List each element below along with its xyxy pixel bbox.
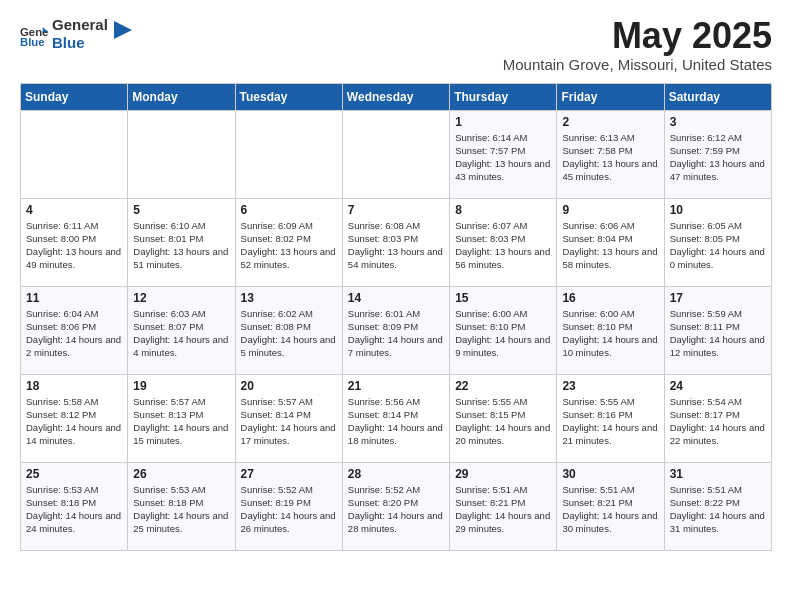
calendar-cell [128, 110, 235, 198]
col-sunday: Sunday [21, 83, 128, 110]
cell-date-number: 29 [455, 467, 551, 481]
calendar-cell: 21Sunrise: 5:56 AMSunset: 8:14 PMDayligh… [342, 374, 449, 462]
calendar-cell: 8Sunrise: 6:07 AMSunset: 8:03 PMDaylight… [450, 198, 557, 286]
cell-info: Sunrise: 6:05 AMSunset: 8:05 PMDaylight:… [670, 219, 766, 272]
cell-date-number: 24 [670, 379, 766, 393]
cell-date-number: 22 [455, 379, 551, 393]
cell-date-number: 6 [241, 203, 337, 217]
calendar-cell: 18Sunrise: 5:58 AMSunset: 8:12 PMDayligh… [21, 374, 128, 462]
cell-info: Sunrise: 5:52 AMSunset: 8:20 PMDaylight:… [348, 483, 444, 536]
calendar-title: May 2025 [503, 16, 772, 56]
svg-text:Blue: Blue [20, 36, 45, 48]
calendar-cell: 3Sunrise: 6:12 AMSunset: 7:59 PMDaylight… [664, 110, 771, 198]
cell-info: Sunrise: 5:58 AMSunset: 8:12 PMDaylight:… [26, 395, 122, 448]
cell-info: Sunrise: 5:52 AMSunset: 8:19 PMDaylight:… [241, 483, 337, 536]
calendar-cell: 27Sunrise: 5:52 AMSunset: 8:19 PMDayligh… [235, 462, 342, 550]
cell-date-number: 13 [241, 291, 337, 305]
calendar-cell: 26Sunrise: 5:53 AMSunset: 8:18 PMDayligh… [128, 462, 235, 550]
col-saturday: Saturday [664, 83, 771, 110]
cell-date-number: 4 [26, 203, 122, 217]
col-tuesday: Tuesday [235, 83, 342, 110]
cell-date-number: 2 [562, 115, 658, 129]
calendar-subtitle: Mountain Grove, Missouri, United States [503, 56, 772, 73]
cell-info: Sunrise: 5:53 AMSunset: 8:18 PMDaylight:… [26, 483, 122, 536]
header: General Blue General Blue May 2025 Mount… [20, 16, 772, 73]
cell-date-number: 14 [348, 291, 444, 305]
cell-date-number: 9 [562, 203, 658, 217]
cell-date-number: 21 [348, 379, 444, 393]
calendar-cell: 15Sunrise: 6:00 AMSunset: 8:10 PMDayligh… [450, 286, 557, 374]
col-wednesday: Wednesday [342, 83, 449, 110]
calendar-table: Sunday Monday Tuesday Wednesday Thursday… [20, 83, 772, 551]
calendar-cell: 13Sunrise: 6:02 AMSunset: 8:08 PMDayligh… [235, 286, 342, 374]
cell-date-number: 20 [241, 379, 337, 393]
calendar-cell: 10Sunrise: 6:05 AMSunset: 8:05 PMDayligh… [664, 198, 771, 286]
calendar-cell: 22Sunrise: 5:55 AMSunset: 8:15 PMDayligh… [450, 374, 557, 462]
week-row-2: 4Sunrise: 6:11 AMSunset: 8:00 PMDaylight… [21, 198, 772, 286]
header-row: Sunday Monday Tuesday Wednesday Thursday… [21, 83, 772, 110]
cell-info: Sunrise: 6:01 AMSunset: 8:09 PMDaylight:… [348, 307, 444, 360]
calendar-cell: 19Sunrise: 5:57 AMSunset: 8:13 PMDayligh… [128, 374, 235, 462]
cell-info: Sunrise: 6:09 AMSunset: 8:02 PMDaylight:… [241, 219, 337, 272]
cell-info: Sunrise: 5:55 AMSunset: 8:15 PMDaylight:… [455, 395, 551, 448]
cell-date-number: 18 [26, 379, 122, 393]
logo: General Blue General Blue [20, 16, 132, 52]
calendar-cell: 16Sunrise: 6:00 AMSunset: 8:10 PMDayligh… [557, 286, 664, 374]
cell-info: Sunrise: 6:08 AMSunset: 8:03 PMDaylight:… [348, 219, 444, 272]
title-area: May 2025 Mountain Grove, Missouri, Unite… [503, 16, 772, 73]
cell-info: Sunrise: 6:14 AMSunset: 7:57 PMDaylight:… [455, 131, 551, 184]
calendar-cell: 25Sunrise: 5:53 AMSunset: 8:18 PMDayligh… [21, 462, 128, 550]
cell-info: Sunrise: 6:00 AMSunset: 8:10 PMDaylight:… [455, 307, 551, 360]
cell-info: Sunrise: 6:07 AMSunset: 8:03 PMDaylight:… [455, 219, 551, 272]
calendar-cell: 5Sunrise: 6:10 AMSunset: 8:01 PMDaylight… [128, 198, 235, 286]
calendar-cell: 12Sunrise: 6:03 AMSunset: 8:07 PMDayligh… [128, 286, 235, 374]
cell-date-number: 31 [670, 467, 766, 481]
week-row-5: 25Sunrise: 5:53 AMSunset: 8:18 PMDayligh… [21, 462, 772, 550]
cell-info: Sunrise: 6:06 AMSunset: 8:04 PMDaylight:… [562, 219, 658, 272]
cell-date-number: 17 [670, 291, 766, 305]
cell-date-number: 28 [348, 467, 444, 481]
calendar-cell: 28Sunrise: 5:52 AMSunset: 8:20 PMDayligh… [342, 462, 449, 550]
logo-blue: Blue [52, 34, 108, 52]
calendar-cell: 17Sunrise: 5:59 AMSunset: 8:11 PMDayligh… [664, 286, 771, 374]
cell-date-number: 16 [562, 291, 658, 305]
col-monday: Monday [128, 83, 235, 110]
cell-date-number: 10 [670, 203, 766, 217]
cell-info: Sunrise: 5:51 AMSunset: 8:21 PMDaylight:… [455, 483, 551, 536]
cell-info: Sunrise: 6:04 AMSunset: 8:06 PMDaylight:… [26, 307, 122, 360]
cell-date-number: 19 [133, 379, 229, 393]
cell-date-number: 11 [26, 291, 122, 305]
cell-date-number: 3 [670, 115, 766, 129]
calendar-cell: 29Sunrise: 5:51 AMSunset: 8:21 PMDayligh… [450, 462, 557, 550]
calendar-cell: 1Sunrise: 6:14 AMSunset: 7:57 PMDaylight… [450, 110, 557, 198]
cell-date-number: 27 [241, 467, 337, 481]
cell-info: Sunrise: 6:11 AMSunset: 8:00 PMDaylight:… [26, 219, 122, 272]
calendar-cell: 11Sunrise: 6:04 AMSunset: 8:06 PMDayligh… [21, 286, 128, 374]
col-thursday: Thursday [450, 83, 557, 110]
calendar-cell [342, 110, 449, 198]
cell-info: Sunrise: 5:57 AMSunset: 8:13 PMDaylight:… [133, 395, 229, 448]
calendar-cell: 31Sunrise: 5:51 AMSunset: 8:22 PMDayligh… [664, 462, 771, 550]
calendar-cell: 7Sunrise: 6:08 AMSunset: 8:03 PMDaylight… [342, 198, 449, 286]
week-row-1: 1Sunrise: 6:14 AMSunset: 7:57 PMDaylight… [21, 110, 772, 198]
calendar-cell: 4Sunrise: 6:11 AMSunset: 8:00 PMDaylight… [21, 198, 128, 286]
cell-info: Sunrise: 5:55 AMSunset: 8:16 PMDaylight:… [562, 395, 658, 448]
cell-info: Sunrise: 5:54 AMSunset: 8:17 PMDaylight:… [670, 395, 766, 448]
cell-info: Sunrise: 6:13 AMSunset: 7:58 PMDaylight:… [562, 131, 658, 184]
cell-date-number: 15 [455, 291, 551, 305]
calendar-cell: 23Sunrise: 5:55 AMSunset: 8:16 PMDayligh… [557, 374, 664, 462]
cell-date-number: 12 [133, 291, 229, 305]
cell-date-number: 1 [455, 115, 551, 129]
calendar-cell: 6Sunrise: 6:09 AMSunset: 8:02 PMDaylight… [235, 198, 342, 286]
calendar-cell [235, 110, 342, 198]
calendar-cell: 14Sunrise: 6:01 AMSunset: 8:09 PMDayligh… [342, 286, 449, 374]
cell-info: Sunrise: 5:51 AMSunset: 8:21 PMDaylight:… [562, 483, 658, 536]
cell-date-number: 5 [133, 203, 229, 217]
logo-icon: General Blue [20, 20, 48, 48]
col-friday: Friday [557, 83, 664, 110]
calendar-cell: 9Sunrise: 6:06 AMSunset: 8:04 PMDaylight… [557, 198, 664, 286]
cell-info: Sunrise: 5:51 AMSunset: 8:22 PMDaylight:… [670, 483, 766, 536]
cell-info: Sunrise: 5:57 AMSunset: 8:14 PMDaylight:… [241, 395, 337, 448]
cell-info: Sunrise: 6:00 AMSunset: 8:10 PMDaylight:… [562, 307, 658, 360]
cell-info: Sunrise: 6:02 AMSunset: 8:08 PMDaylight:… [241, 307, 337, 360]
